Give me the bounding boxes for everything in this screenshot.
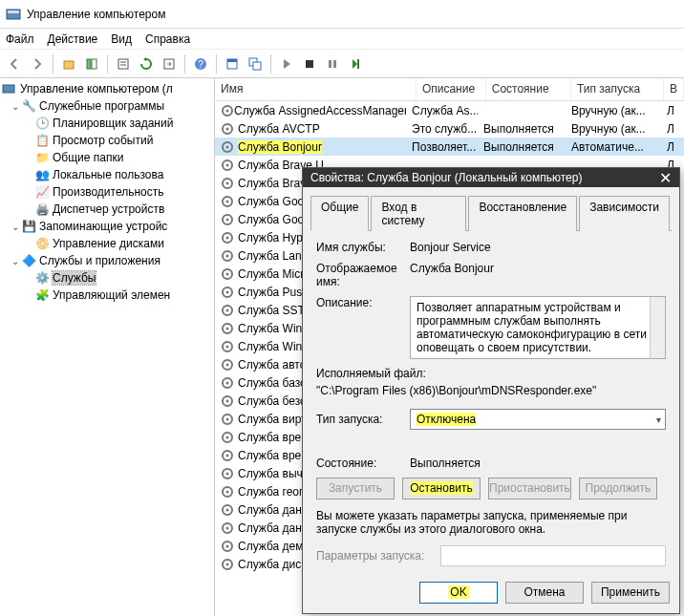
menu-view[interactable]: Вид <box>111 32 132 46</box>
restart-service-button[interactable] <box>345 53 366 74</box>
refresh-button[interactable] <box>136 53 157 74</box>
svg-rect-5 <box>118 59 128 69</box>
apply-button[interactable]: Применить <box>591 582 670 604</box>
collapse-icon[interactable]: ⌄ <box>10 222 21 232</box>
svg-rect-4 <box>92 59 96 69</box>
service-name: Служба Bonjour <box>238 140 322 154</box>
value-service-name: Bonjour Service <box>410 241 666 254</box>
tree-group-storage[interactable]: ⌄ 💾 Запоминающие устройс <box>0 218 214 235</box>
gear-icon <box>221 177 238 190</box>
gear-icon <box>221 104 234 117</box>
export-button[interactable] <box>159 53 180 74</box>
close-icon[interactable]: ✕ <box>659 169 672 187</box>
tree-item[interactable]: 🖨️Диспетчер устройств <box>0 201 214 218</box>
start-service-button[interactable] <box>276 53 297 74</box>
scrollbar[interactable] <box>650 297 665 358</box>
col-start[interactable]: Тип запуска <box>571 78 664 100</box>
startup-type-combo[interactable]: Отключена ▾ <box>410 409 666 430</box>
service-row[interactable]: Служба AVCTPЭто служб...ВыполняетсяВручн… <box>215 119 684 138</box>
svg-point-23 <box>226 127 229 130</box>
gear-icon <box>221 376 238 390</box>
svg-point-69 <box>226 544 229 547</box>
tree-item-services[interactable]: ⚙️Службы <box>0 269 214 287</box>
gear-icon <box>221 249 238 263</box>
svg-point-61 <box>226 472 229 475</box>
menu-action[interactable]: Действие <box>48 32 98 46</box>
tree-item[interactable]: 📁Общие папки <box>0 149 214 166</box>
svg-rect-12 <box>227 59 237 62</box>
svg-point-45 <box>226 327 229 329</box>
col-state[interactable]: Состояние <box>486 78 571 100</box>
windows-button[interactable] <box>245 53 266 74</box>
svg-text:?: ? <box>198 59 203 70</box>
params-input[interactable] <box>440 545 666 566</box>
collapse-icon[interactable]: ⌄ <box>10 101 21 112</box>
gear-icon <box>221 231 238 244</box>
tree-item[interactable]: 🧩Управляющий элемен <box>0 287 214 304</box>
menu-help[interactable]: Справка <box>145 32 190 46</box>
tree-item[interactable]: 📋Просмотр событий <box>0 132 214 149</box>
chevron-down-icon: ▾ <box>656 414 661 425</box>
window-titlebar: Управление компьютером <box>0 0 684 29</box>
label-startup-type: Тип запуска: <box>316 413 410 426</box>
gear-icon <box>221 503 238 517</box>
col-desc[interactable]: Описание <box>417 78 486 100</box>
label-description: Описание: <box>316 296 410 309</box>
stop-service-button[interactable] <box>299 53 320 74</box>
eventlog-icon: 📋 <box>34 134 50 147</box>
forward-button[interactable] <box>27 53 48 74</box>
stop-button[interactable]: Остановить <box>402 478 481 499</box>
svg-point-25 <box>226 145 229 148</box>
tree-pane: Управление компьютером (л ⌄ 🔧 Служебные … <box>0 78 215 616</box>
gear-icon <box>221 413 238 426</box>
dialog-titlebar[interactable]: Свойства: Служба Bonjour (Локальный комп… <box>303 168 679 187</box>
service-start: Вручную (ак... <box>566 104 661 117</box>
show-hide-tree-button[interactable] <box>81 53 102 74</box>
col-name[interactable]: Имя <box>215 78 417 100</box>
svg-point-29 <box>226 181 229 184</box>
cancel-button[interactable]: Отмена <box>505 582 584 604</box>
service-row[interactable]: Служба BonjourПозволяет...ВыполняетсяАвт… <box>215 138 684 156</box>
tree-item[interactable]: 🕒Планировщик заданий <box>0 115 214 132</box>
service-row[interactable]: Служба AssignedAccessManagerСлужба As...… <box>215 101 684 119</box>
svg-point-31 <box>226 200 229 202</box>
menu-file[interactable]: Файл <box>6 32 34 46</box>
folders-icon: 📁 <box>34 151 50 164</box>
tree-group-tools[interactable]: ⌄ 🔧 Служебные программы <box>0 97 214 115</box>
tree-item[interactable]: 👥Локальные пользова <box>0 166 214 183</box>
gear-icon <box>221 140 238 154</box>
svg-point-63 <box>226 490 229 493</box>
tab-logon[interactable]: Вход в систему <box>371 196 466 231</box>
value-display-name: Служба Bonjour <box>410 262 666 275</box>
tree-item[interactable]: 📀Управление дисками <box>0 235 214 252</box>
tree-group-services[interactable]: ⌄ 🔷 Службы и приложения <box>0 252 214 269</box>
ok-button[interactable]: OK <box>419 582 498 604</box>
tab-dependencies[interactable]: Зависимости <box>579 196 670 231</box>
tree-root[interactable]: Управление компьютером (л <box>0 80 214 97</box>
toolbar: ? <box>0 50 684 78</box>
pause-service-button[interactable] <box>322 53 343 74</box>
label-display-name: Отображаемое имя: <box>316 262 410 288</box>
service-name: Служба AssignedAccessManager <box>234 104 406 117</box>
gear-icon <box>221 122 238 136</box>
gear-icon <box>221 304 238 317</box>
svg-point-57 <box>226 435 229 438</box>
properties-button[interactable] <box>113 53 134 74</box>
svg-rect-15 <box>306 60 313 68</box>
description-box[interactable]: Позволяет аппаратным устройствам и прогр… <box>410 296 666 359</box>
col-logon[interactable]: В <box>664 78 684 100</box>
back-button[interactable] <box>4 53 25 74</box>
tab-recovery[interactable]: Восстановление <box>468 196 577 231</box>
svg-point-51 <box>226 381 229 384</box>
help-button[interactable]: ? <box>190 53 211 74</box>
window-button[interactable] <box>222 53 243 74</box>
svg-point-53 <box>226 399 229 402</box>
tree-item[interactable]: 📈Производительность <box>0 183 214 201</box>
label-service-name: Имя службы: <box>316 241 410 254</box>
gear-icon: ⚙️ <box>34 271 50 285</box>
svg-point-55 <box>226 417 229 420</box>
tab-general[interactable]: Общие <box>310 196 369 231</box>
service-state: Выполняется <box>478 140 566 154</box>
collapse-icon[interactable]: ⌄ <box>10 256 21 266</box>
up-button[interactable] <box>58 53 79 74</box>
